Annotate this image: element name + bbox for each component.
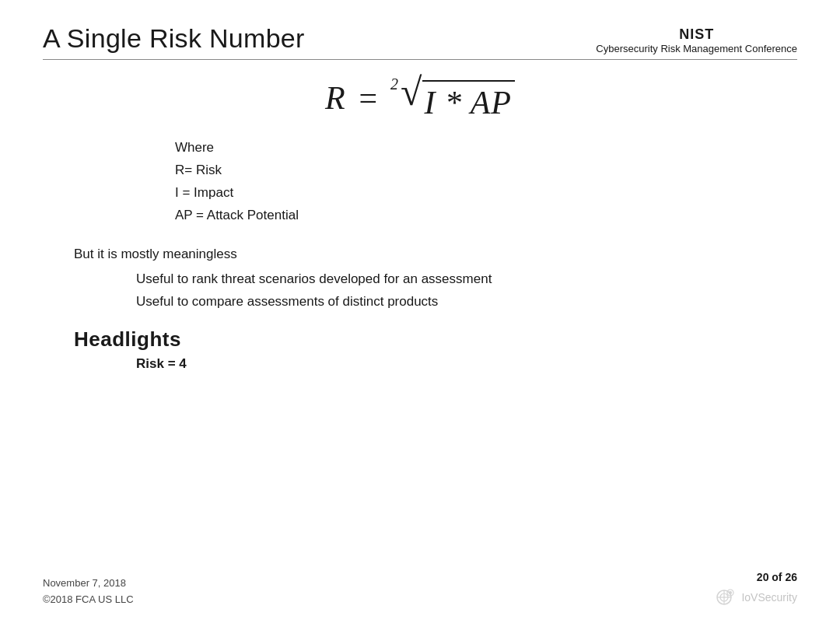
def-i: I = Impact <box>175 182 797 205</box>
footer-left: November 7, 2018 ©2018 FCA US LLC <box>43 576 134 608</box>
header-divider <box>43 59 797 60</box>
headlights-title: Headlights <box>74 327 797 352</box>
slide: A Single Risk Number NIST Cybersecurity … <box>0 0 840 630</box>
sub-bullet-2: Useful to compare assessments of distinc… <box>136 291 797 313</box>
formula-section: R = 2 √ I * AP <box>43 74 797 121</box>
risk-value: Risk = 4 <box>136 356 797 372</box>
formula-display: R = 2 √ I * AP <box>325 74 515 121</box>
sub-bullets: Useful to rank threat scenarios develope… <box>136 268 797 313</box>
svg-point-5 <box>729 591 732 594</box>
page-number: 20 of 26 <box>757 571 797 583</box>
formula-r: R <box>325 79 346 117</box>
radical-symbol: √ <box>401 72 422 111</box>
def-r: R= Risk <box>175 159 797 182</box>
watermark-icon <box>715 586 737 608</box>
footer-copyright: ©2018 FCA US LLC <box>43 592 134 608</box>
def-where: Where <box>175 137 797 159</box>
nist-label: NIST <box>596 26 797 43</box>
header-right: NIST Cybersecurity Risk Management Confe… <box>596 23 797 54</box>
footer-date: November 7, 2018 <box>43 576 134 592</box>
conference-label: Cybersecurity Risk Management Conference <box>596 43 797 54</box>
watermark: IoVSecurity <box>715 586 797 608</box>
slide-title: A Single Risk Number <box>43 23 305 54</box>
radical-wrapper: 2 √ I * AP <box>390 74 515 121</box>
footer-right: 20 of 26 IoVSecurity <box>715 571 797 608</box>
radical-index: 2 <box>390 75 399 93</box>
sub-bullet-1: Useful to rank threat scenarios develope… <box>136 268 797 291</box>
radical-content: I * AP <box>422 80 515 121</box>
watermark-text: IoVSecurity <box>741 591 797 604</box>
formula-equals: = <box>357 79 380 117</box>
definitions: Where R= Risk I = Impact AP = Attack Pot… <box>175 137 797 227</box>
header: A Single Risk Number NIST Cybersecurity … <box>43 23 797 54</box>
main-point: But it is mostly meaningless <box>74 244 797 264</box>
footer: November 7, 2018 ©2018 FCA US LLC 20 of … <box>43 571 797 608</box>
def-ap: AP = Attack Potential <box>175 205 797 227</box>
